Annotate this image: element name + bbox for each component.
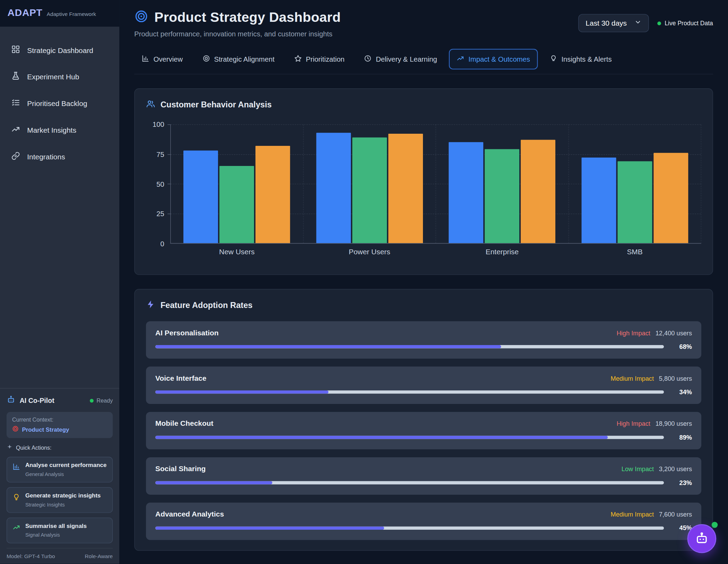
feature-users: 5,800 users (659, 375, 692, 382)
tab-overview[interactable]: Overview (134, 49, 190, 69)
bolt-icon (146, 300, 155, 311)
dart-icon (12, 425, 19, 433)
main-content: Product Strategy Dashboard Product perfo… (119, 0, 728, 564)
notification-dot-icon (712, 522, 718, 528)
y-axis-tick-label: 100 (153, 121, 164, 129)
tab-label: Overview (154, 55, 183, 63)
bar-cluster (436, 124, 568, 243)
tab-label: Prioritization (306, 55, 344, 63)
feature-users: 7,600 users (659, 511, 692, 518)
quick-action-text: Generate strategic insights Strategic In… (25, 492, 101, 508)
bar-cluster (569, 124, 701, 243)
trend-up-icon (12, 523, 20, 532)
feature-users: 12,400 users (656, 329, 692, 336)
bar-blue[interactable] (183, 150, 218, 243)
bar-blue[interactable] (449, 142, 484, 243)
customer-behavior-card: Customer Behavior Analysis 100 75 50 25 … (134, 88, 713, 275)
bar-orange[interactable] (653, 153, 688, 243)
tab-delivery-learning[interactable]: Delivery & Learning (357, 49, 445, 69)
y-axis-tick-label: 50 (156, 180, 164, 188)
feature-name: Advanced Analytics (155, 510, 224, 518)
axis-tick (167, 184, 171, 184)
tab-strategic-alignment[interactable]: Strategic Alignment (195, 49, 282, 69)
live-data-label: Live Product Data (665, 20, 713, 27)
feature-users: 3,200 users (659, 466, 692, 473)
feature-percent: 45% (670, 525, 692, 531)
quick-action-subtitle: Strategic Insights (25, 502, 65, 507)
bar-blue[interactable] (316, 133, 351, 243)
bar-chart-icon (12, 462, 20, 472)
bar-green[interactable] (352, 138, 387, 243)
quick-action-text: Summarise all signals Signal Analysis (25, 523, 87, 538)
sidebar-item-market-insights[interactable]: Market Insights (6, 121, 114, 140)
sidebar: ADAPT Adaptive Framework Strategic Dashb… (0, 0, 119, 564)
x-axis-label: New Users (171, 248, 303, 256)
sidebar-item-experiment-hub[interactable]: Experiment Hub (6, 67, 114, 86)
x-axis-label: SMB (569, 248, 701, 256)
sparkle-icon (7, 444, 13, 452)
quick-action-text: Analyse current performance General Anal… (25, 462, 106, 477)
bar-green[interactable] (219, 166, 254, 243)
context-value: Product Strategy (12, 425, 107, 433)
app-root: ADAPT Adaptive Framework Strategic Dashb… (0, 0, 728, 564)
robot-icon (7, 395, 16, 406)
progress-track (155, 345, 664, 348)
chevron-down-icon (634, 19, 641, 28)
feature-percent: 34% (670, 389, 692, 396)
ai-chat-fab[interactable] (687, 524, 717, 553)
copilot-title: AI Co-Pilot (20, 397, 54, 404)
bar-orange[interactable] (388, 134, 423, 243)
tab-impact-outcomes[interactable]: Impact & Outcomes (449, 49, 538, 69)
tab-insights-alerts[interactable]: Insights & Alerts (542, 49, 619, 69)
copilot-status: Ready (90, 397, 113, 404)
tab-prioritization[interactable]: Prioritization (287, 49, 352, 69)
copilot-header: AI Co-Pilot Ready (7, 395, 113, 406)
progress-track (155, 436, 664, 439)
sidebar-item-integrations[interactable]: Integrations (6, 147, 114, 166)
bar-orange[interactable] (255, 146, 290, 243)
y-axis-tick-label: 0 (160, 240, 164, 248)
x-axis-label: Power Users (303, 248, 435, 256)
bar-green[interactable] (617, 161, 652, 243)
quick-action-generate-insights[interactable]: Generate strategic insights Strategic In… (7, 487, 113, 513)
quick-action-summarise-signals[interactable]: Summarise all signals Signal Analysis (7, 518, 113, 543)
model-label: Model: GPT-4 Turbo (7, 554, 55, 559)
live-data-indicator: Live Product Data (657, 20, 713, 27)
quick-action-analyse-performance[interactable]: Analyse current performance General Anal… (7, 457, 113, 483)
context-value-label: Product Strategy (22, 426, 69, 433)
quick-action-title: Analyse current performance (25, 462, 106, 468)
lightbulb-icon (550, 55, 557, 64)
card-title: Customer Behavior Analysis (161, 100, 272, 109)
progress-fill (155, 481, 272, 484)
feature-users: 18,900 users (656, 420, 692, 427)
bar-orange[interactable] (521, 140, 555, 243)
sidebar-item-strategic-dashboard[interactable]: Strategic Dashboard (6, 41, 114, 60)
progress-track (155, 481, 664, 484)
feature-impact-badge: Medium Impact (610, 375, 654, 382)
x-axis-label: Enterprise (436, 248, 568, 256)
feature-impact-badge: High Impact (617, 420, 650, 427)
feature-name: Social Sharing (155, 465, 206, 473)
feature-row: Voice Interface Medium Impact 5,800 user… (146, 367, 701, 404)
checklist-icon (11, 98, 20, 109)
live-dot-icon (657, 21, 661, 25)
grid-icon (11, 45, 20, 56)
sidebar-item-prioritised-backlog[interactable]: Prioritised Backlog (6, 94, 114, 113)
feature-impact-badge: Medium Impact (610, 511, 654, 518)
chart-group: Power Users (303, 124, 436, 243)
y-axis-tick-label: 75 (156, 150, 164, 158)
chart-group: New Users (171, 124, 303, 243)
page-header: Product Strategy Dashboard Product perfo… (134, 9, 713, 38)
tab-label: Impact & Outcomes (468, 55, 530, 63)
app-logo-subtitle: Adaptive Framework (47, 11, 96, 17)
date-range-select[interactable]: Last 30 days (578, 14, 649, 32)
axis-tick (167, 124, 171, 125)
feature-name: Voice Interface (155, 374, 206, 382)
chart-group: Enterprise (435, 124, 568, 243)
quick-action-subtitle: General Analysis (25, 471, 64, 477)
star-icon (294, 55, 302, 64)
page-header-controls: Last 30 days Live Product Data (578, 14, 713, 32)
bar-blue[interactable] (581, 158, 616, 243)
bar-green[interactable] (485, 149, 520, 243)
target-icon (202, 55, 210, 64)
